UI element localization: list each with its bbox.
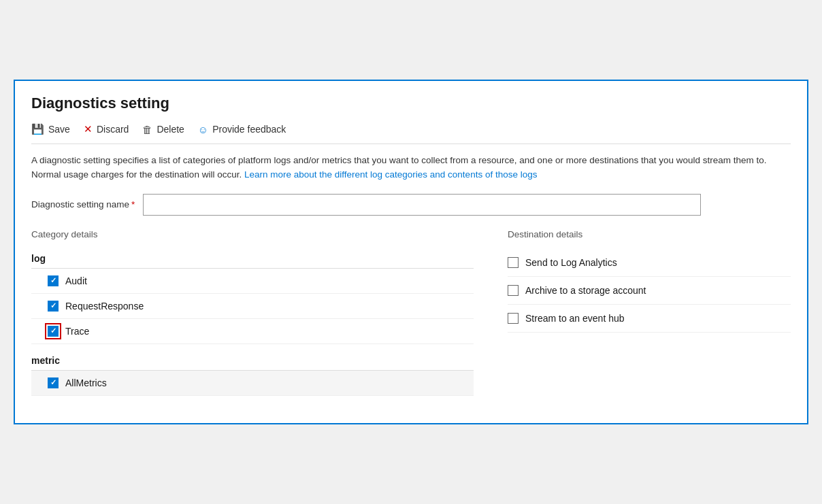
list-item: Archive to a storage account [508, 277, 791, 305]
allmetrics-label: AllMetrics [65, 377, 107, 388]
save-label: Save [48, 124, 70, 135]
log-analytics-label: Send to Log Analytics [525, 257, 617, 268]
audit-label: Audit [65, 275, 87, 286]
log-group: log Audit RequestResponse Trace [31, 249, 474, 344]
delete-icon: 🗑 [142, 124, 152, 135]
destination-details-label: Destination details [508, 229, 791, 239]
discard-label: Discard [97, 124, 129, 135]
toolbar: 💾 Save ✕ Discard 🗑 Delete ☺ Provide feed… [31, 123, 791, 144]
list-item: Send to Log Analytics [508, 249, 791, 277]
requestresponse-label: RequestResponse [65, 301, 144, 312]
list-item: AllMetrics [31, 371, 474, 396]
discard-icon: ✕ [84, 123, 93, 135]
storage-account-checkbox[interactable] [508, 285, 519, 296]
audit-checkbox[interactable] [48, 275, 59, 286]
metric-group-header: metric [31, 351, 474, 371]
required-indicator: * [131, 199, 135, 209]
event-hub-label: Stream to an event hub [525, 313, 625, 324]
learn-more-link[interactable]: Learn more about the different log categ… [244, 169, 538, 180]
requestresponse-checkbox[interactable] [48, 301, 59, 312]
list-item: Audit [31, 269, 474, 294]
page-title: Diagnostics setting [31, 95, 791, 112]
allmetrics-checkbox[interactable] [48, 377, 59, 388]
storage-account-label: Archive to a storage account [525, 285, 646, 296]
event-hub-checkbox[interactable] [508, 313, 519, 324]
log-analytics-checkbox[interactable] [508, 257, 519, 268]
feedback-button[interactable]: ☺ Provide feedback [198, 124, 286, 135]
list-item: Stream to an event hub [508, 305, 791, 333]
category-details-label: Category details [31, 229, 474, 239]
setting-name-row: Diagnostic setting name* [31, 194, 791, 216]
delete-button[interactable]: 🗑 Delete [142, 124, 184, 135]
trace-label: Trace [65, 326, 89, 337]
destination-details-panel: Destination details Send to Log Analytic… [494, 229, 791, 403]
diagnostics-setting-window: Diagnostics setting 💾 Save ✕ Discard 🗑 D… [14, 80, 808, 424]
feedback-icon: ☺ [198, 124, 208, 135]
trace-checkbox[interactable] [48, 326, 59, 337]
metric-group: metric AllMetrics [31, 351, 474, 396]
log-group-header: log [31, 249, 474, 269]
two-col-layout: Category details log Audit RequestRespon… [31, 229, 791, 403]
list-item: Trace [31, 319, 474, 344]
category-details-panel: Category details log Audit RequestRespon… [31, 229, 494, 403]
description-text: A diagnostic setting specifies a list of… [31, 154, 780, 182]
setting-name-input[interactable] [143, 194, 701, 216]
delete-label: Delete [157, 124, 184, 135]
save-icon: 💾 [31, 123, 44, 135]
list-item: RequestResponse [31, 294, 474, 319]
feedback-label: Provide feedback [212, 124, 286, 135]
setting-name-label: Diagnostic setting name* [31, 199, 135, 209]
save-button[interactable]: 💾 Save [31, 123, 70, 135]
discard-button[interactable]: ✕ Discard [84, 123, 129, 135]
